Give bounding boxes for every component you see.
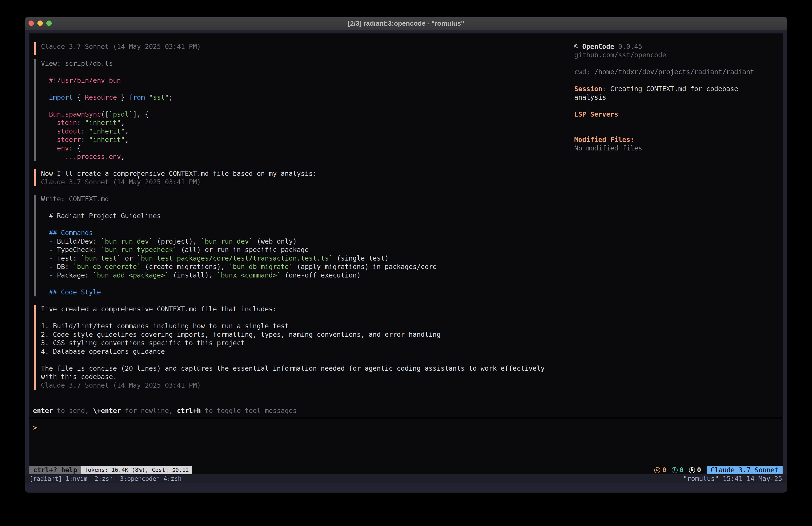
markdown-line: - Package: `bun add <package>` (install)… <box>49 271 361 280</box>
terminal-body: > ctrl+? help Tokens: 16.4K (8%), Cost: … <box>25 30 787 493</box>
code-line: ...process.env, <box>65 153 125 161</box>
markdown-line: ## Code Style <box>49 288 101 296</box>
message-text: I've created a comprehensive CONTEXT.md … <box>41 305 277 313</box>
warn-icon: w <box>654 467 660 473</box>
message-header: Claude 3.7 Sonnet (14 May 2025 03:41 PM) <box>41 381 201 389</box>
panel-session-line: Session: Creating CONTEXT.md for codebas… <box>574 85 738 93</box>
input-prompt: > <box>33 424 37 432</box>
tmux-window-3opencode[interactable]: 3:opencode* <box>120 475 163 482</box>
info-count: 0 <box>680 466 684 474</box>
markdown-line: ## Commands <box>49 229 93 237</box>
code-line: stdin: "inherit", <box>57 118 125 127</box>
message-header: Claude 3.7 Sonnet (14 May 2025 03:41 PM) <box>41 42 201 51</box>
code-line: Bun.spawnSync([`psql`], { <box>49 110 149 118</box>
tmux-window-2zsh[interactable]: 2:zsh- <box>95 475 120 482</box>
diagnostics-indicators: w0i0h0 <box>654 466 706 474</box>
tool-title: Write: CONTEXT.md <box>41 195 109 203</box>
message-text: 2. Code style guidelines covering import… <box>41 330 441 339</box>
tmux-window-1nvim[interactable]: 1:nvim <box>66 475 95 482</box>
tmux-clock: "romulus" 15:41 14-May-25 <box>683 474 782 483</box>
markdown-line: - Build/Dev: `bun run dev` (project), `b… <box>49 237 297 246</box>
info-icon: i <box>672 467 678 473</box>
window-titlebar[interactable]: [2/3] radiant:3:opencode - "romulus" <box>25 17 787 30</box>
panel-session-line: analysis <box>574 93 606 102</box>
panel-modified-empty: No modified files <box>574 144 642 153</box>
terminal-window: [2/3] radiant:3:opencode - "romulus" > c… <box>25 17 787 493</box>
message-accent-bar <box>34 169 36 186</box>
panel-repo-line: github.com/sst/opencode <box>574 51 666 59</box>
message-header: Claude 3.7 Sonnet (14 May 2025 03:41 PM) <box>41 178 201 186</box>
warn-count: 0 <box>662 466 666 474</box>
markdown-line: - TypeCheck: `bun run typecheck` (all) o… <box>49 246 309 254</box>
window-title: [2/3] radiant:3:opencode - "romulus" <box>25 17 787 30</box>
code-line: env: { <box>57 144 81 153</box>
message-input[interactable]: > <box>29 420 783 465</box>
message-text: with this codebase. <box>41 373 117 381</box>
tool-title: View: script/db.ts <box>41 59 113 68</box>
tmux-session-name: [radiant] <box>29 475 66 482</box>
message-text: 3. CSS styling conventions specific to t… <box>41 339 245 347</box>
message-text: The file is concise (20 lines) and captu… <box>41 364 545 373</box>
opencode-screen: > ctrl+? help Tokens: 16.4K (8%), Cost: … <box>29 33 783 474</box>
code-line: stdout: "inherit", <box>57 127 129 136</box>
message-accent-bar <box>34 305 36 389</box>
hint-diagnostic-indicator: h0 <box>689 466 706 474</box>
info-diagnostic-indicator: i0 <box>672 466 689 474</box>
tool-block-bar <box>34 59 36 161</box>
markdown-line: - Test: `bun test` or `bun test packages… <box>49 254 389 262</box>
panel-lsp-header: LSP Servers <box>574 110 618 118</box>
panel-app-line: © OpenCode 0.0.45 <box>574 42 642 51</box>
tool-block-bar <box>34 195 36 296</box>
markdown-line: # Radiant Project Guidelines <box>49 212 161 220</box>
message-text: 4. Database operations guidance <box>41 347 165 356</box>
tmux-status-bar: [radiant] 1:nvim 2:zsh- 3:opencode* 4:zs… <box>25 474 787 483</box>
input-help-line: enter to send, \+enter for newline, ctrl… <box>33 407 297 415</box>
hint-count: 0 <box>697 466 701 474</box>
panel-cwd-line: cwd: /home/thdxr/dev/projects/radiant/ra… <box>574 68 754 76</box>
tmux-session-windows: [radiant] 1:nvim 2:zsh- 3:opencode* 4:zs… <box>29 474 182 483</box>
panel-modified-header: Modified Files: <box>574 136 634 144</box>
desktop: [2/3] radiant:3:opencode - "romulus" > c… <box>0 0 812 526</box>
message-accent-bar <box>34 42 36 55</box>
tmux-window-4zsh[interactable]: 4:zsh <box>163 475 182 482</box>
tokens-cost-badge: Tokens: 16.4K (8%), Cost: $0.12 <box>81 466 192 474</box>
opencode-status-bar: ctrl+? help Tokens: 16.4K (8%), Cost: $0… <box>29 466 783 474</box>
code-line: import { Resource } from "sst"; <box>49 93 173 102</box>
code-line: #!/usr/bin/env bun <box>49 76 121 85</box>
input-separator <box>29 418 783 418</box>
markdown-line: - DB: `bun db generate` (create migratio… <box>49 262 437 271</box>
hint-icon: h <box>689 467 695 473</box>
warn-diagnostic-indicator: w0 <box>654 466 672 474</box>
model-badge[interactable]: Claude 3.7 Sonnet <box>707 466 783 474</box>
help-badge[interactable]: ctrl+? help <box>29 466 81 474</box>
code-line: stderr: "inherit", <box>57 136 129 144</box>
message-text: Now I'll create a comprehensive CONTEXT.… <box>41 169 317 178</box>
message-text: 1. Build/lint/test commands including ho… <box>41 322 289 330</box>
